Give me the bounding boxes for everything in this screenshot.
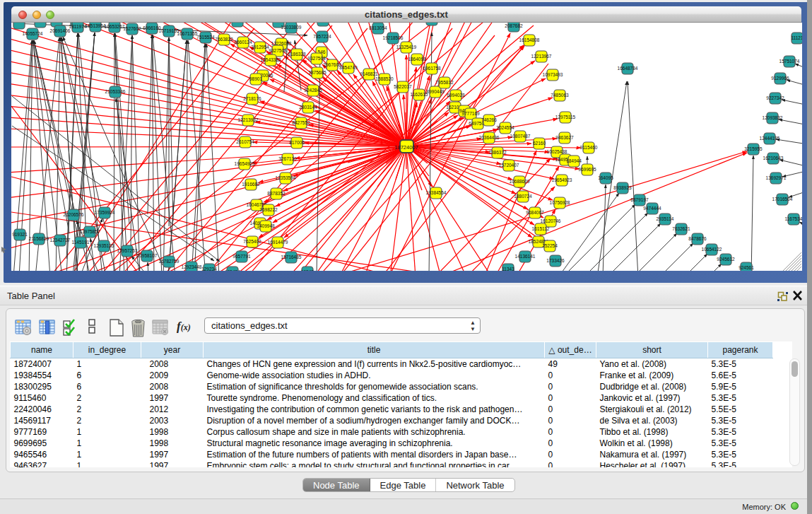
svg-text:20364436: 20364436 <box>479 135 500 140</box>
svg-text:14055724: 14055724 <box>23 31 43 36</box>
svg-text:3267130: 3267130 <box>278 156 297 161</box>
svg-text:1527602: 1527602 <box>123 26 141 31</box>
svg-text:8427552: 8427552 <box>292 120 310 125</box>
svg-text:1588520: 1588520 <box>375 76 394 81</box>
svg-text:746266: 746266 <box>481 117 497 122</box>
svg-text:18724007: 18724007 <box>394 144 418 151</box>
svg-text:9115460: 9115460 <box>580 145 598 150</box>
svg-text:14136141: 14136141 <box>515 254 536 259</box>
svg-text:17957253: 17957253 <box>117 248 138 253</box>
svg-text:3875685: 3875685 <box>308 70 326 75</box>
svg-text:1409948: 1409948 <box>257 223 275 228</box>
svg-text:8990448: 8990448 <box>426 89 445 94</box>
svg-text:3698222: 3698222 <box>259 207 278 212</box>
svg-text:252254: 252254 <box>542 243 558 248</box>
svg-text:16648784: 16648784 <box>618 66 638 71</box>
svg-text:10807487: 10807487 <box>510 134 531 139</box>
svg-text:12975115: 12975115 <box>555 115 576 119</box>
svg-text:129234: 129234 <box>201 267 217 271</box>
svg-text:2610754: 2610754 <box>236 139 254 144</box>
svg-text:10688609: 10688609 <box>510 179 530 184</box>
svg-text:13975857: 13975857 <box>80 229 100 234</box>
svg-text:1880724: 1880724 <box>514 194 532 199</box>
svg-text:7515524: 7515524 <box>196 35 215 40</box>
svg-text:16671355: 16671355 <box>177 31 198 36</box>
svg-text:10653267: 10653267 <box>105 24 125 29</box>
svg-text:9227342: 9227342 <box>766 95 784 100</box>
svg-text:1145191: 1145191 <box>72 240 90 245</box>
svg-text:21053346: 21053346 <box>105 89 126 94</box>
svg-text:16914479: 16914479 <box>268 240 288 245</box>
svg-text:164095: 164095 <box>598 175 613 180</box>
svg-text:1615112: 1615112 <box>532 226 550 231</box>
svg-text:817006: 817006 <box>289 140 305 145</box>
svg-text:924561: 924561 <box>739 265 754 270</box>
svg-text:12213967: 12213967 <box>531 54 552 59</box>
svg-text:20691406: 20691406 <box>50 28 71 33</box>
svg-text:9684067: 9684067 <box>526 210 544 215</box>
svg-text:1916682: 1916682 <box>242 182 260 187</box>
svg-text:8478676: 8478676 <box>688 236 707 241</box>
svg-text:2803144: 2803144 <box>299 105 317 110</box>
svg-text:21156829: 21156829 <box>29 236 49 241</box>
svg-text:2967608: 2967608 <box>323 62 341 67</box>
svg-text:9327508: 9327508 <box>269 48 287 53</box>
svg-text:7955812: 7955812 <box>435 80 454 85</box>
svg-text:12935135: 12935135 <box>94 243 114 248</box>
svg-text:17016504: 17016504 <box>772 197 793 201</box>
svg-text:19654923: 19654923 <box>552 177 572 182</box>
svg-text:10654122: 10654122 <box>702 247 722 252</box>
svg-text:919321: 919321 <box>12 232 28 237</box>
svg-text:1733426: 1733426 <box>546 258 565 263</box>
svg-text:10025438: 10025438 <box>547 149 567 154</box>
svg-text:8813054: 8813054 <box>369 25 387 30</box>
svg-text:16782759: 16782759 <box>159 259 180 264</box>
svg-text:9327508: 9327508 <box>307 56 326 61</box>
svg-text:62160: 62160 <box>533 141 546 146</box>
svg-text:10958107: 10958107 <box>137 253 158 258</box>
svg-text:16120746: 16120746 <box>541 218 561 223</box>
svg-text:16033809: 16033809 <box>281 25 302 30</box>
svg-text:10973493: 10973493 <box>543 72 563 77</box>
svg-text:9129966: 9129966 <box>771 76 789 81</box>
svg-text:9657791: 9657791 <box>233 254 251 259</box>
svg-text:1811974: 1811974 <box>69 24 87 29</box>
svg-text:6879197: 6879197 <box>630 197 649 202</box>
svg-text:3912954: 3912954 <box>251 45 269 49</box>
svg-text:15720407: 15720407 <box>499 163 519 168</box>
svg-text:11325419: 11325419 <box>396 45 417 49</box>
svg-text:11121: 11121 <box>791 35 802 40</box>
svg-text:10543382: 10543382 <box>261 57 281 62</box>
svg-text:8454749: 8454749 <box>339 65 358 70</box>
svg-text:165434: 165434 <box>225 269 240 271</box>
svg-text:8878352: 8878352 <box>267 191 286 196</box>
svg-text:7485063: 7485063 <box>551 93 569 98</box>
svg-text:7632621: 7632621 <box>672 226 690 231</box>
svg-text:3024554: 3024554 <box>496 125 514 130</box>
svg-text:17359924: 17359924 <box>95 210 115 215</box>
svg-text:19654925: 19654925 <box>235 161 255 166</box>
svg-text:9777169: 9777169 <box>461 111 480 116</box>
svg-text:15716485: 15716485 <box>281 255 302 259</box>
svg-text:2935114: 2935114 <box>657 216 674 221</box>
svg-text:13692971: 13692971 <box>766 175 787 180</box>
svg-text:12342737: 12342737 <box>50 238 71 243</box>
svg-text:7663822: 7663822 <box>215 37 233 42</box>
svg-text:19218506: 19218506 <box>383 35 404 40</box>
svg-text:12093832: 12093832 <box>763 115 783 120</box>
svg-text:3660124: 3660124 <box>234 40 252 45</box>
svg-text:10719155: 10719155 <box>159 28 180 33</box>
svg-text:9242845: 9242845 <box>304 88 322 93</box>
svg-text:9463627: 9463627 <box>555 135 574 140</box>
svg-text:1864098: 1864098 <box>408 57 426 62</box>
svg-text:26206576: 26206576 <box>64 212 84 217</box>
svg-text:12444195: 12444195 <box>760 136 780 141</box>
svg-text:9474444: 9474444 <box>643 206 661 211</box>
svg-text:8186328: 8186328 <box>288 52 306 57</box>
svg-text:16154808: 16154808 <box>519 37 540 42</box>
svg-text:184944: 184944 <box>566 158 582 163</box>
svg-text:7625402: 7625402 <box>243 239 261 244</box>
svg-text:3215955: 3215955 <box>744 146 763 151</box>
svg-text:6994028: 6994028 <box>447 93 465 98</box>
svg-text:7386372: 7386372 <box>488 150 507 155</box>
